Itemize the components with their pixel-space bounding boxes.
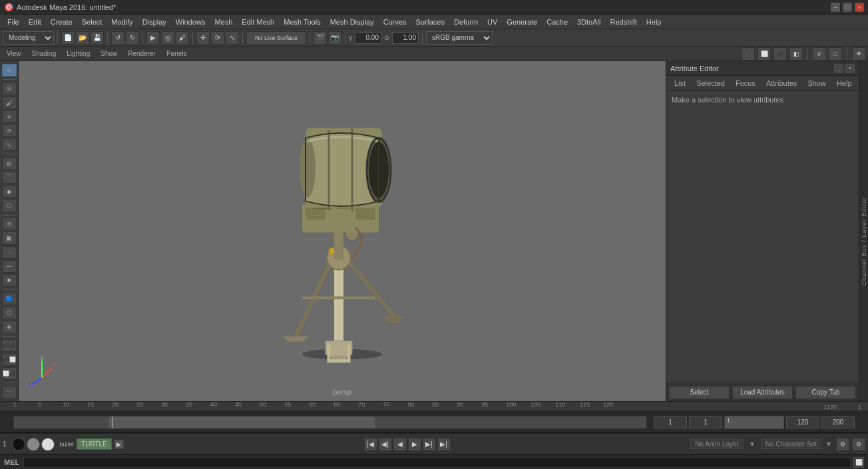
tab-shading[interactable]: Shading xyxy=(28,49,61,58)
more-tools-btn[interactable]: ⋯ xyxy=(2,386,17,398)
menu-surfaces[interactable]: Surfaces xyxy=(411,17,449,27)
history-btn[interactable]: ⟲ xyxy=(2,218,17,230)
component-btn[interactable]: ▣ xyxy=(2,232,17,244)
timeline-bar[interactable] xyxy=(13,416,647,429)
viewport[interactable]: persp x y z xyxy=(19,61,666,401)
redo-btn[interactable]: ↻ xyxy=(126,31,139,45)
tab-lighting[interactable]: Lighting xyxy=(63,49,94,58)
char-set-select[interactable]: No Character Set xyxy=(761,439,821,449)
snap-to-grid-btn[interactable]: ⊞ xyxy=(2,157,17,170)
script-editor-btn[interactable]: ⬜ xyxy=(853,457,864,468)
menu-cache[interactable]: Cache xyxy=(542,17,572,27)
copy-tab-button[interactable]: Copy Tab xyxy=(795,386,856,399)
tab-panels[interactable]: Panels xyxy=(162,49,191,58)
mode-select[interactable]: Modeling Rigging Animation FX Rendering xyxy=(3,31,54,45)
lasso-tool-btn[interactable]: ◎ xyxy=(2,82,17,95)
anim-layer-select[interactable]: No Anim Layer xyxy=(690,439,744,449)
command-input[interactable] xyxy=(23,457,851,468)
select-button[interactable]: Select xyxy=(669,386,730,399)
undo-btn[interactable]: ↺ xyxy=(111,31,124,45)
ae-tab-list[interactable]: List xyxy=(669,78,691,88)
tab-show[interactable]: Show xyxy=(97,49,121,58)
scale-tool-btn[interactable]: ⤡ xyxy=(2,138,17,151)
isolate-btn[interactable]: 👁 xyxy=(852,47,865,61)
ipr-btn[interactable]: 📷 xyxy=(328,31,341,45)
menu-deform[interactable]: Deform xyxy=(449,17,483,27)
swatch-gray[interactable] xyxy=(27,438,40,451)
select-btn[interactable]: ▶ xyxy=(146,31,160,45)
menu-mesh-display[interactable]: Mesh Display xyxy=(326,17,379,27)
smooth-btn[interactable]: ⬛ xyxy=(773,47,787,61)
maximize-button[interactable]: □ xyxy=(843,3,852,12)
ae-tab-show[interactable]: Show xyxy=(802,78,831,88)
turtle-label[interactable]: TURTLE xyxy=(77,438,112,450)
load-attributes-button[interactable]: Load Attributes xyxy=(732,386,793,399)
close-button[interactable]: × xyxy=(855,3,864,12)
face-btn[interactable]: ■ xyxy=(2,274,17,287)
tool2-btn[interactable]: ⬛⬜ xyxy=(2,353,17,366)
go-to-start-btn[interactable]: |◀ xyxy=(364,438,377,451)
menu-uv[interactable]: UV xyxy=(483,17,502,27)
step-back-frame-btn[interactable]: ◀ xyxy=(393,438,407,451)
menu-display[interactable]: Display xyxy=(138,17,171,27)
menu-select[interactable]: Select xyxy=(77,17,107,27)
new-scene-btn[interactable]: 📄 xyxy=(61,31,75,45)
move-tool-btn[interactable]: ✛ xyxy=(2,110,17,123)
menu-curves[interactable]: Curves xyxy=(379,17,411,27)
swatch-black[interactable] xyxy=(12,438,25,451)
snap-to-curve-btn[interactable]: ⌒ xyxy=(2,171,17,184)
exposure-input[interactable]: 1.00 xyxy=(392,32,419,44)
rotate-btn[interactable]: ⟳ xyxy=(211,31,224,45)
camera-btn[interactable]: 🎥 xyxy=(742,47,755,61)
menu-edit-mesh[interactable]: Edit Mesh xyxy=(237,17,279,27)
go-to-end-btn[interactable]: ▶| xyxy=(437,438,451,451)
tool1-btn[interactable]: ⬛⬛ xyxy=(2,339,17,352)
edge-btn[interactable]: — xyxy=(2,260,17,273)
frame-max-input[interactable]: 200 xyxy=(821,416,855,428)
tweak-btn[interactable]: ◈ xyxy=(2,321,17,333)
select-tool-btn[interactable]: ↖ xyxy=(2,64,17,77)
frame-end-input[interactable]: 120 xyxy=(786,416,819,428)
ae-tab-help[interactable]: Help xyxy=(831,78,857,88)
hud-btn[interactable]: □ xyxy=(829,47,842,61)
gamma-input[interactable]: 0.00 xyxy=(355,32,381,44)
step-forward-btn[interactable]: ▶| xyxy=(423,438,436,451)
menu-mesh-tools[interactable]: Mesh Tools xyxy=(279,17,325,27)
swatch-white[interactable] xyxy=(41,438,55,451)
anim-settings-btn1[interactable]: ⚙ xyxy=(836,438,849,451)
step-back-btn[interactable]: ◀| xyxy=(379,438,392,451)
color-space-select[interactable]: sRGB gamma xyxy=(426,31,493,45)
render-btn[interactable]: 🎬 xyxy=(314,31,327,45)
frame-start-input[interactable]: 1 xyxy=(654,416,687,428)
menu-file[interactable]: File xyxy=(3,17,24,27)
attr-editor-minimize-btn[interactable]: _ xyxy=(834,64,843,73)
menu-redshift[interactable]: Redshift xyxy=(605,17,641,27)
attr-editor-close-btn[interactable]: × xyxy=(845,64,855,73)
snap-to-surface-btn[interactable]: ⬡ xyxy=(2,199,17,212)
play-btn[interactable]: ▶ xyxy=(408,438,421,451)
menu-3dtoall[interactable]: 3DtoAll xyxy=(572,17,605,27)
menu-edit[interactable]: Edit xyxy=(24,17,46,27)
tab-renderer[interactable]: Renderer xyxy=(124,49,160,58)
ae-tab-selected[interactable]: Selected xyxy=(691,78,730,88)
tab-view[interactable]: View xyxy=(3,49,25,58)
playback-range-bar[interactable]: 1 xyxy=(724,416,784,429)
paint-btn[interactable]: 🖌 xyxy=(176,31,189,45)
save-btn[interactable]: 💾 xyxy=(91,31,104,45)
menu-mesh[interactable]: Mesh xyxy=(210,17,237,27)
menu-modify[interactable]: Modify xyxy=(107,17,137,27)
ae-tab-focus[interactable]: Focus xyxy=(730,78,761,88)
soft-select-btn[interactable]: 🔵 xyxy=(2,293,17,305)
menu-help[interactable]: Help xyxy=(642,17,666,27)
sym-btn[interactable]: ⬡ xyxy=(2,307,17,319)
lasso-btn[interactable]: ◎ xyxy=(161,31,174,45)
move-btn[interactable]: ✛ xyxy=(196,31,210,45)
menu-create[interactable]: Create xyxy=(46,17,77,27)
scale-btn[interactable]: ⤡ xyxy=(226,31,239,45)
snap-to-point-btn[interactable]: ◆ xyxy=(2,185,17,198)
menu-windows[interactable]: Windows xyxy=(171,17,210,27)
channel-box-layer-editor-strip[interactable]: Channel Box / Layer Editor xyxy=(859,61,868,401)
anim-settings-btn2[interactable]: ⚙ xyxy=(852,438,865,451)
frame-current-input[interactable]: 1 xyxy=(689,416,722,428)
timeline-track[interactable]: 1 1 1 120 200 xyxy=(0,412,868,433)
